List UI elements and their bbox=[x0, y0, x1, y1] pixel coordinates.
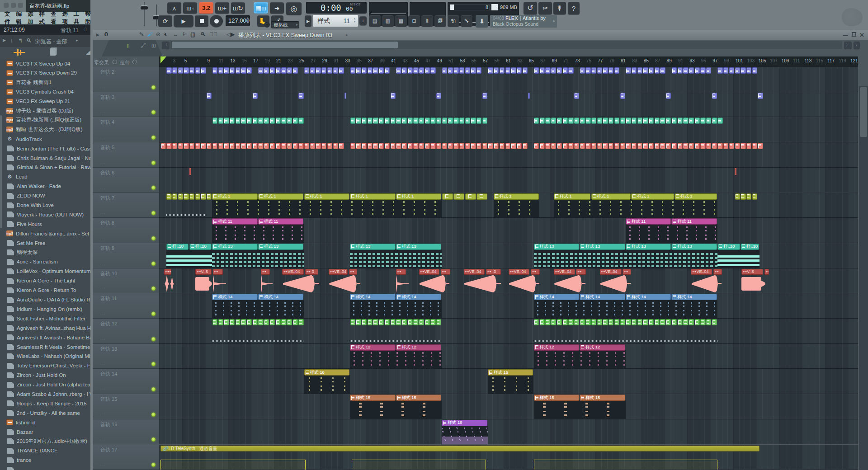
pattern-clip-header[interactable]: 样式 13 bbox=[212, 244, 258, 250]
pattern-clip-header[interactable]: 样式 14 bbox=[212, 294, 258, 300]
pattern-mini-clip[interactable] bbox=[408, 143, 413, 149]
channel-rack-icon[interactable]: ▦ bbox=[395, 15, 407, 27]
pattern-mini-clip[interactable] bbox=[597, 118, 602, 124]
pattern-mini-clip[interactable] bbox=[166, 143, 171, 149]
pattern-mini-clip[interactable] bbox=[689, 143, 694, 149]
plugin-picker-icon[interactable]: 🔌︎ bbox=[448, 15, 459, 27]
pattern-mini-clip[interactable] bbox=[448, 143, 453, 149]
pattern-mini-clip[interactable] bbox=[637, 143, 642, 149]
pattern-clip[interactable]: 样式 11 bbox=[212, 218, 258, 225]
pattern-clip[interactable]: 样..10 bbox=[189, 244, 212, 250]
pattern-mini-clip[interactable] bbox=[362, 143, 367, 149]
pattern-mini-clip[interactable] bbox=[471, 118, 476, 124]
pattern-clip-header[interactable]: 样式 1 bbox=[258, 193, 304, 200]
playback-tool-icon[interactable]: ◀⃒ bbox=[209, 31, 217, 38]
browser-item[interactable]: LollieVox - Optimum Momentum bbox=[6, 267, 90, 276]
pattern-mini-clip[interactable] bbox=[293, 319, 298, 325]
pattern-mini-clip[interactable] bbox=[379, 319, 384, 325]
undo-icon[interactable]: ↺ bbox=[524, 2, 537, 14]
track-mute-led[interactable] bbox=[151, 136, 156, 140]
pattern-mini-clip[interactable] bbox=[362, 118, 367, 124]
up-icon[interactable]: ↑ bbox=[10, 38, 13, 44]
pattern-mini-clip[interactable] bbox=[637, 319, 642, 325]
pattern-mini-clip[interactable] bbox=[241, 118, 246, 124]
pattern-clip-header[interactable]: 样式 11 bbox=[626, 218, 671, 225]
pattern-mini-clip[interactable] bbox=[511, 67, 516, 74]
track-header[interactable]: 音轨 8··· bbox=[93, 218, 159, 243]
pattern-mini-clip[interactable] bbox=[207, 93, 212, 99]
pattern-clip[interactable]: 样式 13 bbox=[671, 244, 717, 250]
pattern-clip[interactable]: 样式 1 bbox=[212, 193, 258, 200]
pattern-clip-header[interactable]: 样式 14 bbox=[258, 294, 304, 300]
pattern-mini-clip[interactable] bbox=[316, 143, 321, 149]
pattern-mini-clip[interactable] bbox=[637, 67, 642, 74]
audio-clip-header[interactable]: ⊶ bbox=[213, 269, 223, 275]
pattern-mini-clip[interactable] bbox=[218, 319, 223, 325]
pattern-clip[interactable]: 样式 1 bbox=[631, 193, 674, 200]
pattern-mini-clip[interactable] bbox=[391, 93, 396, 99]
pattern-clip-header[interactable]: 样式 12 bbox=[580, 344, 625, 351]
pattern-mini-clip[interactable] bbox=[368, 143, 373, 149]
pattern-mini-clip[interactable] bbox=[580, 143, 585, 149]
pattern-mini-clip[interactable] bbox=[442, 118, 447, 124]
track-options[interactable]: ··· bbox=[100, 262, 106, 266]
playlist-title-more-icon[interactable]: ▸ bbox=[346, 33, 348, 37]
pattern-mini-clip[interactable] bbox=[178, 67, 183, 74]
pattern-mini-clip[interactable] bbox=[649, 143, 654, 149]
pattern-mini-clip[interactable] bbox=[545, 118, 550, 124]
pattern-clip[interactable]: 样式 1 bbox=[591, 193, 631, 200]
browser-item[interactable]: Adam Szabo & Johnn..rberg - I Wanna Be bbox=[6, 390, 90, 399]
pattern-mini-clip[interactable] bbox=[689, 319, 694, 325]
pattern-mini-clip[interactable] bbox=[591, 67, 596, 74]
pattern-mini-clip[interactable] bbox=[264, 118, 269, 124]
pattern-mini-clip[interactable] bbox=[551, 118, 556, 124]
track-header[interactable]: 音轨 13··· bbox=[93, 344, 159, 369]
track-mute-led[interactable] bbox=[151, 262, 156, 266]
restore-button[interactable] bbox=[11, 3, 16, 8]
browser-item[interactable]: VEC3 Cymbals Crash 04 bbox=[6, 87, 90, 97]
pattern-mini-clip[interactable] bbox=[603, 319, 608, 325]
track-options[interactable]: ··· bbox=[100, 186, 106, 190]
browser-item[interactable]: Zircon - Just Hold On bbox=[6, 371, 90, 380]
pattern-clip[interactable]: 样..10 bbox=[717, 244, 740, 250]
browser-item[interactable]: TRANCE DANCE bbox=[6, 446, 90, 456]
pattern-clip-header[interactable]: 样式 11 bbox=[258, 218, 304, 225]
pattern-mini-clip[interactable] bbox=[333, 143, 338, 149]
pattern-mini-clip[interactable] bbox=[585, 118, 590, 124]
track-mute-led[interactable] bbox=[151, 362, 156, 366]
pattern-mini-clip[interactable] bbox=[270, 118, 275, 124]
menu-1[interactable]: 编辑 bbox=[16, 10, 22, 26]
cut-tool-icon[interactable]: ✂ bbox=[538, 2, 552, 14]
pattern-mini-clip[interactable] bbox=[408, 118, 413, 124]
pattern-mini-clip[interactable] bbox=[666, 93, 671, 99]
track-header[interactable]: 音轨 10··· bbox=[93, 268, 159, 294]
audio-clip-header[interactable]: ⊶ bbox=[576, 269, 585, 275]
playlist-minimize-icon[interactable] bbox=[843, 35, 848, 36]
track-lane[interactable]: 样式 12样式 12样式 12样式 12 bbox=[159, 344, 858, 369]
automation-envelope[interactable] bbox=[534, 460, 717, 470]
pattern-mini-clip[interactable] bbox=[201, 67, 206, 74]
pattern-mini-clip[interactable] bbox=[172, 67, 177, 74]
volume-knob[interactable] bbox=[141, 5, 148, 9]
pattern-clip-header[interactable]: 样式 16 bbox=[488, 369, 533, 376]
zoom-tool-icon[interactable]: 🔍︎ bbox=[200, 31, 206, 38]
pattern-clip-header[interactable]: 样式 11 bbox=[671, 218, 717, 225]
pattern-mini-clip[interactable] bbox=[430, 118, 435, 124]
pattern-mini-clip[interactable] bbox=[660, 67, 665, 74]
pattern-mini-clip[interactable] bbox=[436, 319, 441, 325]
pattern-mini-clip[interactable] bbox=[488, 67, 493, 74]
pattern-clip[interactable]: 样式 1 bbox=[258, 193, 304, 200]
playlist-window-icon[interactable]: ▤ bbox=[369, 15, 381, 27]
track-header[interactable]: 音轨 4··· bbox=[93, 117, 159, 142]
browser-item[interactable]: Gimbal & Sinan + Futorial - RawFL bbox=[6, 163, 90, 172]
pattern-mini-clip[interactable] bbox=[568, 143, 573, 149]
pattern-mini-clip[interactable] bbox=[689, 118, 694, 124]
audio-clip-header[interactable]: ⊶VE..04 bbox=[419, 269, 439, 275]
pattern-mini-clip[interactable] bbox=[735, 67, 740, 74]
pattern-clip[interactable]: 样..10 bbox=[166, 244, 189, 250]
pattern-mini-clip[interactable] bbox=[379, 118, 384, 124]
track-header[interactable]: 音轨 9··· bbox=[93, 243, 159, 268]
pattern-clip-header[interactable]: 样式 14 bbox=[671, 294, 717, 300]
pattern-mini-clip[interactable] bbox=[545, 67, 550, 74]
overdub-icon[interactable]: ш+ bbox=[215, 2, 229, 14]
